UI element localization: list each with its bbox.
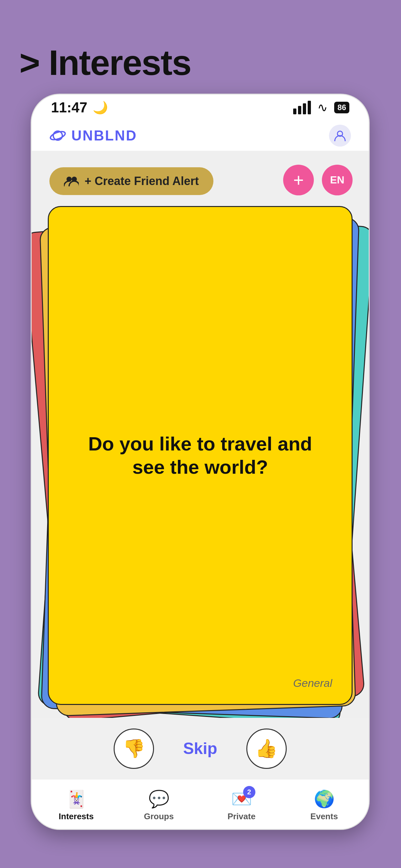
dislike-icon: 👎 [123, 738, 145, 759]
main-content: + Create Friend Alert + EN [32, 151, 369, 718]
card-main[interactable]: Do you like to travel and see the world?… [48, 206, 352, 705]
like-icon: 👍 [255, 738, 278, 759]
language-label: EN [330, 174, 344, 186]
create-alert-label: + Create Friend Alert [85, 175, 199, 188]
plus-icon: + [293, 171, 304, 189]
events-icon: 🌍 [314, 789, 335, 809]
groups-icon: 💬 [149, 789, 169, 809]
friends-icon [64, 175, 79, 188]
bottom-nav: 🃏 Interests 💬 Groups 💌 2 Private 🌍 Event… [32, 779, 369, 830]
language-button[interactable]: EN [322, 165, 352, 195]
page-background: > Interests 11:47 🌙 ∿ [0, 0, 401, 868]
private-icon: 💌 2 [231, 789, 252, 809]
dislike-button[interactable]: 👎 [114, 728, 154, 769]
tab-groups-label: Groups [144, 811, 174, 822]
interests-icon: 🃏 [66, 789, 87, 809]
phone-mockup: 11:47 🌙 ∿ 86 [31, 94, 370, 830]
profile-button[interactable] [329, 125, 351, 147]
tab-private[interactable]: 💌 2 Private [200, 789, 283, 822]
signal-icon [293, 101, 311, 114]
app-logo: UNBLND [50, 127, 137, 144]
tab-groups[interactable]: 💬 Groups [118, 789, 200, 822]
skip-button[interactable]: Skip [183, 739, 217, 758]
page-title: > Interests [19, 42, 191, 83]
svg-point-1 [50, 130, 66, 141]
status-bar: 11:47 🌙 ∿ 86 [32, 95, 369, 120]
logo-text: UNBLND [71, 128, 137, 144]
like-button[interactable]: 👍 [246, 728, 287, 769]
tab-events-label: Events [310, 811, 338, 822]
tab-interests[interactable]: 🃏 Interests [35, 789, 118, 822]
private-badge: 2 [243, 786, 255, 798]
card-stack: Do you like to travel and see the world?… [48, 206, 352, 711]
card-question: Do you like to travel and see the world? [49, 432, 351, 479]
status-icons: ∿ 86 [293, 100, 349, 115]
tab-private-label: Private [227, 811, 256, 822]
create-friend-alert-button[interactable]: + Create Friend Alert [50, 167, 213, 195]
tab-interests-label: Interests [59, 811, 94, 822]
profile-icon [334, 129, 346, 142]
logo-icon [50, 127, 66, 144]
status-time: 11:47 [51, 99, 88, 116]
action-row: 👎 Skip 👍 [32, 718, 369, 779]
tab-events[interactable]: 🌍 Events [283, 789, 366, 822]
moon-icon: 🌙 [93, 100, 108, 115]
plus-button[interactable]: + [283, 165, 314, 195]
battery-icon: 86 [334, 102, 349, 113]
wifi-icon: ∿ [317, 100, 328, 115]
card-category: General [293, 677, 332, 689]
app-header: UNBLND [32, 120, 369, 151]
